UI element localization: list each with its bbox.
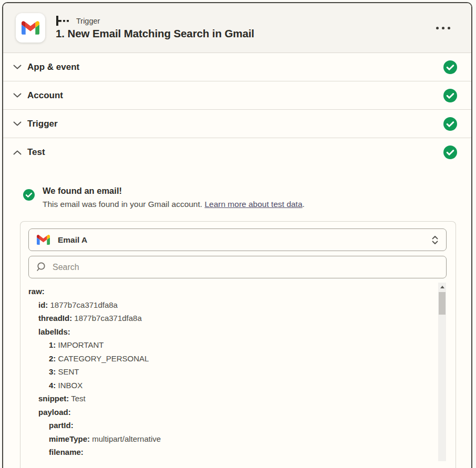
tree-row: 1: IMPORTANT <box>28 338 429 352</box>
tree-key: raw: <box>28 287 45 296</box>
step-title: 1. New Email Matching Search in Gmail <box>56 27 435 40</box>
tree-row: labelIds: <box>28 325 429 339</box>
tree-row: raw: <box>28 285 429 298</box>
tree-row: headers: <box>28 459 429 462</box>
result-title: We found an email! <box>43 186 305 196</box>
trigger-glyph-icon <box>56 16 71 26</box>
tree-value: 1877b7ca371dfa8a <box>50 300 118 309</box>
tree-key: 2: <box>49 354 56 363</box>
record-selector-value: Email A <box>58 235 87 245</box>
tree-rows: raw: id: 1877b7ca371dfa8a threadId: 1877… <box>28 285 429 461</box>
section-label: App & event <box>27 62 79 72</box>
tree-value: INBOX <box>58 381 83 390</box>
tree-value: multipart/alternative <box>92 434 161 443</box>
tree-row: 4: INBOX <box>28 379 429 392</box>
ellipsis-icon <box>436 27 439 29</box>
tree-row: 2: CATEGORY_PERSONAL <box>28 352 429 366</box>
email-data-tree: raw: id: 1877b7ca371dfa8a threadId: 1877… <box>28 283 447 461</box>
tree-key: payload: <box>38 408 71 417</box>
tree-value: SENT <box>58 367 79 376</box>
app-badge <box>16 13 45 43</box>
check-circle-icon <box>443 145 457 159</box>
magnifier-icon <box>36 262 47 273</box>
gmail-icon <box>22 21 39 35</box>
header-text: Trigger 1. New Email Matching Search in … <box>56 16 435 40</box>
tree-key: filename: <box>49 448 84 456</box>
tree-value: IMPORTANT <box>58 340 104 349</box>
result-texts: We found an email! This email was found … <box>43 186 305 209</box>
tree-key: id: <box>38 300 48 309</box>
tree-key: 4: <box>49 381 56 390</box>
tree-key: partId: <box>49 421 74 430</box>
section-label: Trigger <box>27 119 58 129</box>
tree-row: threadId: 1877b7ca371dfa8a <box>28 311 429 325</box>
tree-row: partId: <box>28 419 429 432</box>
test-result: We found an email! This email was found … <box>23 186 471 209</box>
up-down-chevron-icon <box>431 235 439 245</box>
learn-more-link[interactable]: Learn more about test data <box>204 200 302 209</box>
tree-key: headers: <box>49 461 82 462</box>
scrollbar[interactable] <box>438 283 446 461</box>
test-data-panel: Email A <box>20 221 456 468</box>
step-kind: Trigger <box>56 16 435 26</box>
tree-value: 1877b7ca371dfa8a <box>74 314 141 323</box>
tree-row: payload: <box>28 405 429 419</box>
scroll-up-arrow-icon[interactable] <box>438 283 446 291</box>
check-circle-icon <box>23 189 35 201</box>
tree-key: threadId: <box>38 314 72 323</box>
tree-key: mimeType: <box>49 434 90 443</box>
step-kind-label: Trigger <box>76 17 100 25</box>
section-row[interactable]: Trigger <box>3 110 471 138</box>
gmail-icon <box>37 235 50 245</box>
tree-key: snippet: <box>38 394 69 403</box>
sections: App & event Account Trigger <box>3 53 471 167</box>
chevron-down-icon <box>13 148 22 157</box>
scrollbar-thumb[interactable] <box>439 292 446 315</box>
result-subtext: This email was found in your Gmail accou… <box>43 200 305 209</box>
test-section-content: We found an email! This email was found … <box>3 186 471 468</box>
section-row[interactable]: Test <box>3 138 471 167</box>
section-label: Test <box>27 147 45 158</box>
chevron-down-icon <box>13 63 22 72</box>
chevron-down-icon <box>13 91 22 100</box>
chevron-down-icon <box>13 119 22 129</box>
more-menu-button[interactable] <box>435 24 451 33</box>
check-circle-icon <box>443 89 457 102</box>
check-circle-icon <box>443 60 457 74</box>
tree-key: labelIds: <box>38 327 70 336</box>
tree-row: filename: <box>28 445 429 459</box>
tree-key: 3: <box>49 367 56 376</box>
step-card: Trigger 1. New Email Matching Search in … <box>2 2 472 468</box>
search-input[interactable] <box>53 263 439 272</box>
section-label: Account <box>27 90 63 101</box>
check-circle-icon <box>443 117 457 131</box>
tree-row: 3: SENT <box>28 365 429 379</box>
record-selector[interactable]: Email A <box>28 228 447 251</box>
search-box <box>28 256 447 278</box>
tree-value: Test <box>71 394 86 403</box>
tree-key: 1: <box>49 340 56 349</box>
section-row[interactable]: Account <box>3 81 471 110</box>
tree-value: CATEGORY_PERSONAL <box>58 354 149 363</box>
tree-row: mimeType: multipart/alternative <box>28 432 429 446</box>
section-row[interactable]: App & event <box>3 53 471 81</box>
step-header: Trigger 1. New Email Matching Search in … <box>3 3 471 53</box>
tree-row: snippet: Test <box>28 392 429 405</box>
tree-row: id: 1877b7ca371dfa8a <box>28 298 429 312</box>
